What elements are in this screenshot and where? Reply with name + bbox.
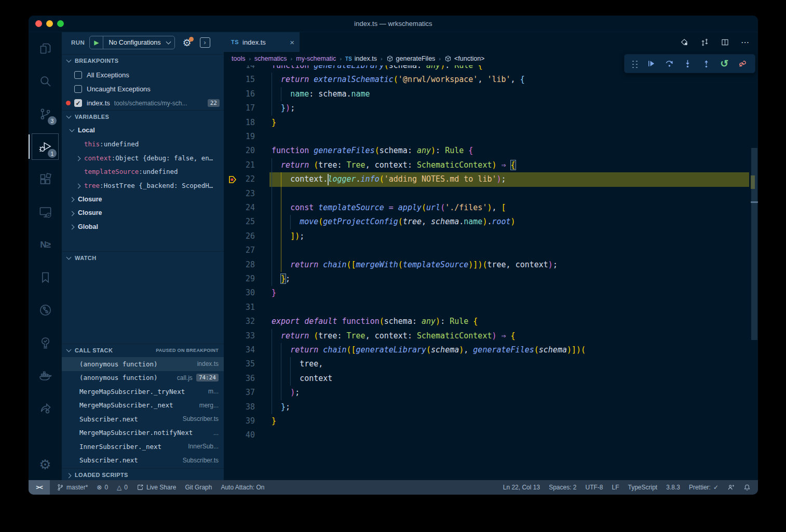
code-line[interactable]: 27 <box>224 243 751 257</box>
prettier-status-item[interactable]: Prettier:✓ <box>689 484 719 491</box>
code-line[interactable]: 39} <box>224 414 751 428</box>
restart-button[interactable]: ↺ <box>715 54 734 73</box>
variables-scope-row[interactable]: Closure <box>62 193 224 207</box>
variable-row[interactable]: tree: HostTree {_backend: ScopedH… <box>62 179 224 193</box>
zoom-window-button[interactable] <box>57 20 64 27</box>
activity-explorer-icon[interactable] <box>29 32 62 65</box>
breadcrumb-generatefiles[interactable]: generateFiles <box>386 55 436 62</box>
variables-section-header[interactable]: VARIABLES <box>62 110 224 123</box>
code-line[interactable]: 19 <box>224 130 751 144</box>
step-over-button[interactable] <box>660 54 679 73</box>
eol-status-item[interactable]: LF <box>612 484 619 491</box>
compare-changes-icon[interactable] <box>700 38 709 47</box>
breadcrumb-my-schematic[interactable]: my-schematic <box>296 55 336 62</box>
breadcrumb--function-[interactable]: <function> <box>444 55 484 62</box>
activity-search-icon[interactable] <box>29 65 62 98</box>
toolbar-drag-handle[interactable] <box>631 59 638 69</box>
activity-project-manager-icon[interactable] <box>29 392 62 425</box>
breakpoint-checkbox[interactable] <box>74 71 82 79</box>
tab-index-ts[interactable]: TS index.ts × <box>224 32 300 52</box>
split-editor-icon[interactable] <box>721 38 729 47</box>
call-stack-frame[interactable]: InnerSubscriber._nextInnerSub... <box>62 440 224 454</box>
code-line[interactable]: 22 context.logger.info('adding NOTES.md … <box>224 172 751 186</box>
step-out-button[interactable] <box>697 54 715 73</box>
variable-row[interactable]: templateSource: undefined <box>62 165 224 179</box>
breakpoint-checkbox[interactable] <box>74 85 82 93</box>
call-stack-frame[interactable]: MergeMapSubscriber._nextmerg... <box>62 399 224 413</box>
variable-row[interactable]: this: undefined <box>62 138 224 152</box>
activity-extensions-icon[interactable] <box>29 163 62 196</box>
code-line[interactable]: 34 return chain([generateLibrary(schema)… <box>224 343 751 357</box>
git-graph-status-item[interactable]: Git Graph <box>185 484 212 491</box>
activity-bookmarks-icon[interactable] <box>29 261 62 294</box>
breadcrumb-index-ts[interactable]: TSindex.ts <box>345 55 377 62</box>
open-changes-icon[interactable] <box>680 38 689 47</box>
variables-scope-row[interactable]: Local <box>62 124 224 138</box>
code-line[interactable]: 20function generateFiles(schema: any): R… <box>224 144 751 158</box>
variable-row[interactable]: context: Object {debug: false, en… <box>62 151 224 165</box>
disconnect-button[interactable] <box>734 54 752 73</box>
code-line[interactable]: 30} <box>224 286 751 300</box>
language-mode-status-item[interactable]: TypeScript <box>628 484 658 491</box>
warnings-status-item[interactable]: △0 <box>117 484 128 491</box>
launch-configuration-dropdown[interactable]: ▶ No Configurations <box>89 36 175 49</box>
breakpoint-row[interactable]: Uncaught Exceptions <box>62 82 224 96</box>
auto-attach-status-item[interactable]: Auto Attach: On <box>221 484 264 491</box>
encoding-status-item[interactable]: UTF-8 <box>586 484 603 491</box>
settings-gear-icon[interactable]: ⚙ <box>29 457 62 473</box>
call-stack-frame[interactable]: MergeMapSubscriber.notifyNext... <box>62 426 224 440</box>
call-stack-frame[interactable]: Subscriber.nextSubscriber.ts <box>62 412 224 426</box>
activity-remote-explorer-icon[interactable] <box>29 196 62 228</box>
call-stack-frame[interactable]: Subscriber.nextSubscriber.ts <box>62 454 224 468</box>
code-line[interactable]: 24 const templateSource = apply(url('./f… <box>224 201 751 215</box>
breakpoint-row[interactable]: All Exceptions <box>62 68 224 82</box>
close-tab-icon[interactable]: × <box>290 38 294 47</box>
continue-button[interactable] <box>642 54 660 73</box>
indentation-status-item[interactable]: Spaces: 2 <box>549 484 576 491</box>
code-line[interactable]: 18} <box>224 116 751 130</box>
code-line[interactable]: 31 <box>224 301 751 315</box>
step-into-button[interactable] <box>679 54 697 73</box>
breakpoints-section-header[interactable]: BREAKPOINTS <box>62 54 224 67</box>
breakpoint-row[interactable]: ✓index.tstools/schematics/my-sch...22 <box>62 96 224 110</box>
call-stack-frame[interactable]: MergeMapSubscriber._tryNextm... <box>62 385 224 399</box>
cursor-position-status-item[interactable]: Ln 22, Col 13 <box>503 484 540 491</box>
code-line[interactable]: 38 }; <box>224 400 751 414</box>
code-line[interactable]: 33 return (tree: Tree, context: Schemati… <box>224 329 751 343</box>
scrollbar-thumb[interactable] <box>751 148 757 340</box>
call-stack-section-header[interactable]: CALL STACK PAUSED ON BREAKPOINT <box>62 344 224 357</box>
debug-console-icon[interactable]: › <box>200 37 210 48</box>
call-stack-frame[interactable]: (anonymous function)call.js74:24 <box>62 371 224 385</box>
code-line[interactable]: 32export default function(schema: any): … <box>224 315 751 329</box>
notifications-status-item[interactable] <box>743 484 751 491</box>
breakpoint-checkbox[interactable]: ✓ <box>74 99 82 107</box>
feedback-status-item[interactable] <box>727 484 735 491</box>
errors-status-item[interactable]: ⊗0 <box>97 484 108 491</box>
code-line[interactable]: 15 return externalSchematic('@nrwl/works… <box>224 73 751 87</box>
code-line[interactable]: 35 tree, <box>224 357 751 371</box>
code-line[interactable]: 25 move(getProjectConfig(tree, schema.na… <box>224 215 751 229</box>
activity-source-control-icon[interactable]: 3 <box>29 98 62 130</box>
code-line[interactable]: 29 }; <box>224 272 751 286</box>
loaded-scripts-section-header[interactable]: LOADED SCRIPTS <box>62 468 224 480</box>
code-line[interactable]: 23 <box>224 187 751 201</box>
watch-section-header[interactable]: WATCH <box>62 251 224 264</box>
start-debugging-icon[interactable]: ▶ <box>90 36 103 49</box>
activity-docker-icon[interactable] <box>29 359 62 392</box>
code-line[interactable]: 37 ); <box>224 386 751 400</box>
configure-gear-icon[interactable]: ⚙ <box>182 38 191 48</box>
variables-scope-row[interactable]: Closure <box>62 206 224 220</box>
git-branch-status-item[interactable]: master* <box>57 484 88 491</box>
activity-gitlens-icon[interactable] <box>29 294 62 326</box>
activity-testing-icon[interactable] <box>29 326 62 359</box>
call-stack-frame[interactable]: (anonymous function)index.ts <box>62 357 224 371</box>
editor-scrollbar[interactable] <box>751 32 758 480</box>
variables-scope-row[interactable]: Global <box>62 220 224 234</box>
minimize-window-button[interactable] <box>46 20 53 27</box>
remote-indicator[interactable]: >< <box>29 480 50 495</box>
code-line[interactable]: 21 return (tree: Tree, context: Schemati… <box>224 158 751 172</box>
live-share-status-item[interactable]: Live Share <box>137 484 176 491</box>
code-line[interactable]: 36 context <box>224 372 751 386</box>
close-window-button[interactable] <box>35 20 42 27</box>
code-line[interactable]: 16 name: schema.name <box>224 87 751 101</box>
